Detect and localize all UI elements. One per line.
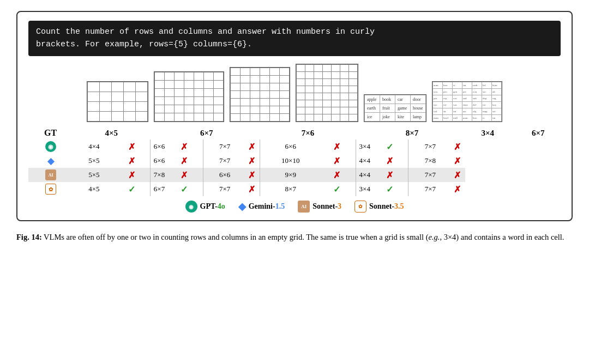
col-label-6: 6×7 xyxy=(516,126,561,139)
mark-3-0: ✓ xyxy=(115,182,150,196)
pred-3-1: 6×7 xyxy=(150,182,167,196)
mark-0-5: ✗ xyxy=(451,139,465,154)
pred-0-2: 7×7 xyxy=(203,139,245,154)
grid-visual-3 xyxy=(230,67,290,122)
mark-0-1: ✗ xyxy=(167,139,203,154)
mark-1-3: ✗ xyxy=(320,154,356,168)
legend-sonnet35-label: Sonnet-3.5 xyxy=(369,202,404,211)
pred-0-4: 3×4 xyxy=(356,139,373,154)
pred-3-5: 7×7 xyxy=(408,182,451,196)
pred-1-2: 7×7 xyxy=(203,154,245,168)
mark-0-3: ✗ xyxy=(320,139,356,154)
model-row-0: ◉4×4✗6×6✗7×7✗6×6✗3×4✓7×7✗ xyxy=(28,139,561,154)
pred-3-2: 7×7 xyxy=(203,182,245,196)
mark-1-4: ✗ xyxy=(373,154,408,168)
pred-0-3: 6×6 xyxy=(260,139,320,154)
pred-1-3: 10×10 xyxy=(260,154,320,168)
pred-1-0: 5×5 xyxy=(73,154,115,168)
model-icon-sonnet3: AI xyxy=(45,169,56,180)
col-label-4: 8×7 xyxy=(373,126,451,139)
sonnet3-icon: AI xyxy=(298,201,310,213)
grid-visual-4 xyxy=(296,64,358,122)
model-icon-gpt: ◉ xyxy=(45,141,56,152)
mark-3-1: ✓ xyxy=(167,182,203,196)
grid-visual-6: aomboorrimearhbrlhemyeaprogenpriconsecal… xyxy=(432,81,502,122)
pred-0-0: 4×4 xyxy=(73,139,115,154)
grid-item-3 xyxy=(230,67,290,122)
grid-item-4 xyxy=(296,64,358,122)
mark-1-5: ✗ xyxy=(451,154,465,168)
mark-0-4: ✓ xyxy=(373,139,408,154)
main-figure-box: Count the number of rows and columns and… xyxy=(16,11,573,221)
mark-2-5: ✗ xyxy=(451,168,465,182)
legend-sonnet35: ✿ Sonnet-3.5 xyxy=(354,201,404,213)
mark-1-2: ✗ xyxy=(245,154,260,168)
fig-label: Fig. 14: xyxy=(16,233,42,241)
mark-3-4: ✓ xyxy=(373,182,408,196)
legend-gemini-label: Gemini-1.5 xyxy=(249,202,285,211)
gpt4o-icon: ◉ xyxy=(185,201,197,213)
results-section: GT 4×5 6×7 7×6 8×7 3×4 6×7 ◉4×4✗6×6✗7×7✗… xyxy=(28,126,561,196)
grid-visual-2 xyxy=(154,71,224,122)
mark-1-1: ✗ xyxy=(167,154,203,168)
model-icon-sonnet35: ✿ xyxy=(45,184,56,195)
caption-text: VLMs are often off by one or two in coun… xyxy=(44,233,564,241)
grid-visual-5: applebookcardoorearthfruitgamehouseicejo… xyxy=(364,94,426,122)
grid-item-2 xyxy=(154,71,224,122)
pred-0-1: 6×6 xyxy=(150,139,167,154)
grid-item-1 xyxy=(87,81,148,122)
results-table: GT 4×5 6×7 7×6 8×7 3×4 6×7 ◉4×4✗6×6✗7×7✗… xyxy=(28,126,561,196)
grid-visual-1 xyxy=(87,81,148,122)
model-row-1: ◆5×5✗6×6✗7×7✗10×10✗4×4✗7×8✗ xyxy=(28,154,561,168)
pred-0-5: 7×7 xyxy=(408,139,451,154)
pred-3-0: 4×5 xyxy=(73,182,115,196)
model-row-2: AI5×5✗7×8✗6×6✗9×9✗4×4✗7×7✗ xyxy=(28,168,561,182)
figure-caption: Fig. 14: VLMs are often off by one or tw… xyxy=(16,231,573,243)
mark-2-3: ✗ xyxy=(320,168,356,182)
gemini-icon: ◆ xyxy=(238,201,246,213)
mark-2-4: ✗ xyxy=(373,168,408,182)
mark-2-0: ✗ xyxy=(115,168,150,182)
prompt-text: Count the number of rows and columns and… xyxy=(28,21,561,56)
mark-2-2: ✗ xyxy=(245,168,260,182)
pred-1-4: 4×4 xyxy=(356,154,373,168)
mark-3-5: ✗ xyxy=(451,182,465,196)
mark-3-2: ✗ xyxy=(245,182,260,196)
pred-2-0: 5×5 xyxy=(73,168,115,182)
model-row-3: ✿4×5✓6×7✓7×7✗8×7✓3×4✓7×7✗ xyxy=(28,182,561,196)
model-icon-gemini: ◆ xyxy=(45,155,56,166)
pred-2-1: 7×8 xyxy=(150,168,167,182)
pred-2-3: 9×9 xyxy=(260,168,320,182)
pred-1-5: 7×8 xyxy=(408,154,451,168)
pred-3-3: 8×7 xyxy=(260,182,320,196)
mark-2-1: ✗ xyxy=(167,168,203,182)
legend-row: ◉ GPT-4o ◆ Gemini-1.5 AI Sonnet-3 ✿ Sonn… xyxy=(28,201,561,213)
legend-gemini: ◆ Gemini-1.5 xyxy=(238,201,285,213)
legend-gpt4o: ◉ GPT-4o xyxy=(185,201,225,213)
grids-row: applebookcardoorearthfruitgamehouseicejo… xyxy=(28,64,561,122)
sonnet35-icon: ✿ xyxy=(354,201,366,213)
mark-0-2: ✗ xyxy=(245,139,260,154)
legend-sonnet3-label: Sonnet-3 xyxy=(312,202,341,211)
gt-header: GT xyxy=(28,126,73,139)
legend-sonnet3: AI Sonnet-3 xyxy=(298,201,341,213)
pred-2-2: 6×6 xyxy=(203,168,245,182)
legend-gpt4o-label: GPT-4o xyxy=(200,202,225,211)
mark-0-0: ✗ xyxy=(115,139,150,154)
pred-3-4: 3×4 xyxy=(356,182,373,196)
mark-3-3: ✓ xyxy=(320,182,356,196)
col-label-2: 6×7 xyxy=(167,126,245,139)
pred-2-4: 4×4 xyxy=(356,168,373,182)
grid-item-6: aomboorrimearhbrlhemyeaprogenpriconsecal… xyxy=(432,81,502,122)
grid-item-5: applebookcardoorearthfruitgamehouseicejo… xyxy=(364,94,426,122)
col-label-3: 7×6 xyxy=(260,126,356,139)
col-label-1: 4×5 xyxy=(73,126,150,139)
col-label-5: 3×4 xyxy=(465,126,510,139)
pred-1-1: 6×6 xyxy=(150,154,167,168)
pred-2-5: 7×7 xyxy=(408,168,451,182)
mark-1-0: ✗ xyxy=(115,154,150,168)
